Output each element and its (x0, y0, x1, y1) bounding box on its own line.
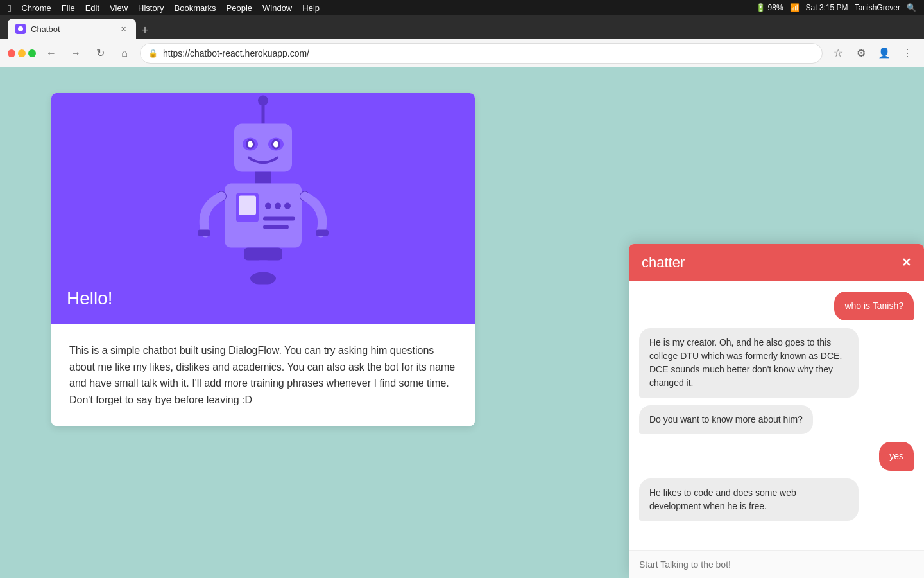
chat-message-bot: He is my creator. Oh, and he also goes t… (639, 328, 914, 398)
message-bubble: Do you want to know more about him? (639, 405, 813, 434)
address-bar[interactable]: 🔒 https://chatbot-react.herokuapp.com/ (140, 43, 823, 64)
menubar-left:  Chrome File Edit View History Bookmark… (8, 3, 320, 13)
menu-history[interactable]: History (138, 3, 164, 13)
svg-point-16 (284, 203, 291, 209)
traffic-light-red[interactable] (8, 49, 15, 57)
wifi-icon: 📶 (790, 3, 800, 12)
menu-bookmarks[interactable]: Bookmarks (175, 3, 216, 13)
card-body: This is a simple chatbot built using Dia… (51, 324, 475, 426)
lock-icon: 🔒 (148, 49, 158, 58)
svg-point-25 (250, 272, 276, 285)
tab-favicon (15, 24, 26, 34)
svg-point-9 (273, 141, 278, 148)
info-card: Hello! This is a simple chatbot built us… (51, 93, 475, 426)
search-icon[interactable]: 🔍 (907, 3, 916, 12)
traffic-light-yellow[interactable] (18, 49, 26, 57)
svg-rect-20 (198, 230, 210, 236)
svg-rect-23 (244, 248, 282, 261)
chat-message-user: who is Tanish? (639, 292, 914, 320)
chat-message-bot: Do you want to know more about him? (639, 405, 914, 434)
settings-icon[interactable]: ⚙ (852, 44, 870, 62)
home-button[interactable]: ⌂ (116, 44, 133, 62)
chat-widget: chatter ✕ who is Tanish?He is my creator… (629, 244, 924, 578)
message-bubble: He likes to code and does some web devel… (639, 478, 859, 521)
svg-point-14 (265, 203, 271, 209)
chat-title: chatter (642, 254, 685, 271)
chat-close-button[interactable]: ✕ (902, 256, 911, 270)
menu-file[interactable]: File (62, 3, 75, 13)
hero-hello-text: Hello! (67, 288, 113, 309)
back-button[interactable]: ← (42, 44, 60, 62)
menubar-right: 🔋 98% 📶 Sat 3:15 PM TanishGrover 🔍 (756, 3, 916, 12)
svg-rect-3 (234, 124, 292, 172)
chat-input-area[interactable] (629, 550, 924, 578)
chat-message-user: yes (639, 442, 914, 471)
message-bubble: yes (879, 442, 914, 471)
forward-button[interactable]: → (67, 44, 85, 62)
new-tab-button[interactable]: + (136, 21, 154, 39)
tab-chatbot[interactable]: Chatbot ✕ (8, 19, 136, 39)
chrome-addressbar: ← → ↻ ⌂ 🔒 https://chatbot-react.herokuap… (0, 39, 924, 67)
svg-rect-22 (316, 230, 329, 236)
profile-button[interactable]: 👤 (875, 44, 893, 62)
svg-rect-17 (263, 217, 295, 221)
menu-chrome[interactable]: Chrome (21, 3, 51, 13)
chat-input[interactable] (639, 559, 914, 570)
chrome-tabbar: Chatbot ✕ + (0, 15, 924, 39)
menu-edit[interactable]: Edit (85, 3, 99, 13)
time-display: Sat 3:15 PM (806, 3, 848, 12)
chat-message-bot: He likes to code and does some web devel… (639, 478, 914, 521)
message-bubble: who is Tanish? (834, 292, 914, 320)
robot-illustration (193, 93, 334, 287)
svg-rect-13 (239, 196, 256, 215)
traffic-light-green[interactable] (28, 49, 36, 57)
card-hero: Hello! (51, 93, 475, 324)
bookmark-button[interactable]: ☆ (829, 44, 847, 62)
battery-icon: 🔋 98% (756, 3, 783, 12)
tab-close-button[interactable]: ✕ (118, 24, 128, 34)
svg-rect-18 (263, 225, 289, 229)
user-display: TanishGrover (855, 3, 900, 12)
menu-help[interactable]: Help (302, 3, 320, 13)
svg-point-15 (275, 203, 281, 209)
menu-people[interactable]: People (227, 3, 252, 13)
chat-header: chatter ✕ (629, 244, 924, 281)
svg-point-2 (258, 96, 268, 106)
message-bubble: He is my creator. Oh, and he also goes t… (639, 328, 859, 398)
chat-messages: who is Tanish?He is my creator. Oh, and … (629, 281, 924, 550)
menubar:  Chrome File Edit View History Bookmark… (0, 0, 924, 15)
url-text: https://chatbot-react.herokuapp.com/ (163, 48, 309, 58)
tab-label: Chatbot (31, 24, 60, 34)
menu-view[interactable]: View (110, 3, 128, 13)
card-description: This is a simple chatbot built using Dia… (69, 342, 457, 408)
svg-rect-10 (255, 172, 271, 184)
addressbar-actions: ☆ ⚙ 👤 ⋮ (829, 44, 916, 62)
extensions-button[interactable]: ⋮ (898, 44, 916, 62)
main-content: Hello! This is a simple chatbot built us… (0, 67, 924, 578)
reload-button[interactable]: ↻ (91, 44, 109, 62)
menu-window[interactable]: Window (262, 3, 292, 13)
apple-logo-icon[interactable]:  (8, 3, 11, 13)
svg-point-6 (248, 141, 253, 148)
svg-point-0 (18, 26, 23, 31)
